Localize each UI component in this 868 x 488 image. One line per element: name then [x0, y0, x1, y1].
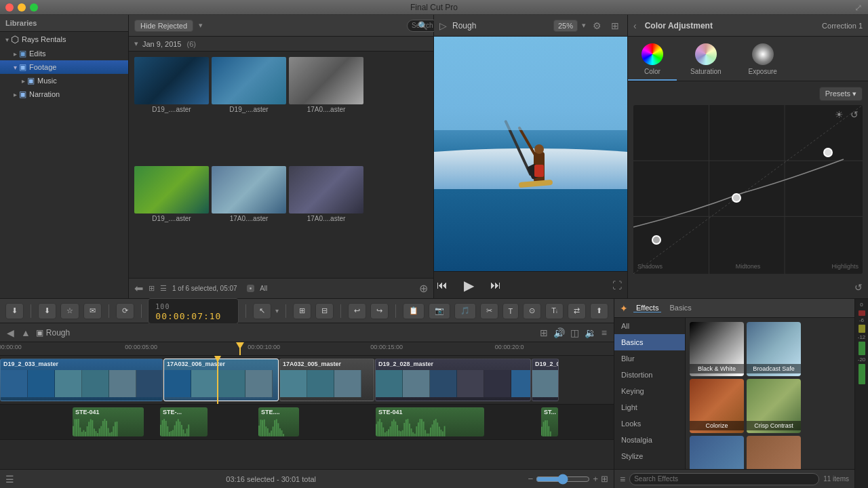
clip-appear-button[interactable]: ⊕: [419, 282, 428, 295]
timeline-expand-button[interactable]: ▲: [20, 326, 32, 340]
color-tab-exposure[interactable]: Exposure: [735, 41, 791, 81]
hide-rejected-button[interactable]: Hide Rejected: [134, 20, 193, 32]
list-view-toggle[interactable]: ☰: [5, 474, 14, 485]
reject-button[interactable]: ☆: [60, 303, 79, 319]
effects-tab-basics[interactable]: Basics: [667, 304, 694, 312]
category-looks[interactable]: Looks: [614, 415, 685, 432]
favorites-button[interactable]: ⬇: [38, 303, 56, 319]
share-button[interactable]: ✉: [83, 303, 102, 319]
skip-forward-button[interactable]: ⏭: [488, 277, 504, 294]
color-reset-button[interactable]: ↺: [850, 109, 859, 120]
clip-clip5[interactable]: D19_2_052_master: [532, 359, 559, 401]
color-tab-color[interactable]: Color: [628, 41, 677, 81]
category-stylize[interactable]: Stylize: [614, 448, 685, 464]
curve-handle-shadows[interactable]: [652, 235, 661, 245]
timeline-audio-button[interactable]: 🔊: [552, 326, 566, 340]
effect-broadcast[interactable]: Broadcast Safe: [747, 322, 801, 376]
close-button[interactable]: [5, 3, 14, 12]
list-view-button[interactable]: ☰: [160, 284, 167, 293]
thumbnail-17a0_2[interactable]: 17A0....aster: [212, 166, 286, 272]
category-light[interactable]: Light: [614, 399, 685, 415]
skip-back-button[interactable]: ⏮: [434, 277, 450, 294]
category-all[interactable]: All: [614, 318, 685, 334]
category-distortion[interactable]: Distortion: [614, 367, 685, 383]
timeline-audio2-button[interactable]: 🔉: [583, 326, 597, 340]
category-keying[interactable]: Keying: [614, 383, 685, 399]
thumbnail-d19_2[interactable]: D19_....aster: [212, 57, 286, 163]
zoom-slider[interactable]: [536, 474, 590, 485]
curve-handle-highlights[interactable]: [823, 148, 833, 157]
audio-clip-aud4[interactable]: STE-041: [376, 407, 484, 436]
viewer-settings-button[interactable]: ⚙: [590, 19, 604, 33]
category-text-effects[interactable]: Text Effects: [614, 464, 685, 469]
thumbnail-d19_3[interactable]: D19_....aster: [134, 166, 209, 272]
presets-button[interactable]: Presets ▾: [819, 87, 863, 101]
curve-handle-midtones[interactable]: [732, 193, 741, 203]
color-brightness-icon[interactable]: ☀: [835, 109, 844, 120]
scissors-button[interactable]: ✂: [480, 303, 498, 319]
text2-button[interactable]: Tᵢ: [545, 303, 564, 319]
sidebar-item-footage[interactable]: ▾ ▣ Footage: [0, 60, 128, 74]
thumbnail-17a0_1[interactable]: 17A0....aster: [289, 57, 363, 163]
swap-button[interactable]: ⇄: [568, 303, 586, 319]
color-tab-saturation[interactable]: Saturation: [677, 41, 735, 81]
audio-clip-aud1[interactable]: STE-041: [73, 407, 144, 436]
import-button[interactable]: ⬇: [5, 303, 24, 319]
generator-button[interactable]: ⊙: [523, 303, 541, 319]
zoom-out-button[interactable]: −: [528, 474, 533, 484]
audio-clip-aud2[interactable]: STE-...: [160, 407, 208, 436]
category-basics[interactable]: Basics: [614, 334, 685, 350]
clip-clip1[interactable]: D19_2_033_master: [0, 359, 163, 401]
export-button[interactable]: ⬆: [590, 303, 608, 319]
minimize-button[interactable]: [18, 3, 26, 12]
clip-clip3[interactable]: 17A032_005_master: [279, 359, 374, 401]
maximize-button[interactable]: [30, 3, 38, 12]
sidebar-item-rays-rentals[interactable]: ▾ ⬡ Rays Rentals: [0, 32, 128, 47]
timeline-settings-button[interactable]: ⊞: [538, 326, 549, 340]
sidebar-item-music[interactable]: ▸ ▣ Music: [0, 74, 128, 87]
zoom-selector[interactable]: 25%: [553, 20, 578, 32]
color-nav-back[interactable]: ‹: [633, 20, 637, 31]
sidebar-item-narration[interactable]: ▸ ▣ Narration: [0, 87, 128, 101]
effects-search-input[interactable]: [629, 473, 819, 485]
timeline-back-button[interactable]: ◀: [5, 326, 16, 340]
redo-button[interactable]: ↪: [370, 303, 389, 319]
tool-dropdown[interactable]: ▾: [275, 307, 279, 314]
audio-clip-aud3[interactable]: STE....: [258, 407, 299, 436]
color-footer-reset[interactable]: ↺: [854, 282, 863, 293]
viewer-options-button[interactable]: ⊞: [608, 19, 622, 33]
collapse-arrow[interactable]: ▾: [134, 39, 138, 48]
effect-crisp[interactable]: Crisp Contrast: [747, 379, 801, 433]
clips-view[interactable]: 📋: [403, 303, 425, 319]
audio-clip-aud5[interactable]: ST...: [541, 407, 558, 436]
category-blur[interactable]: Blur: [614, 350, 685, 367]
clip-clip4[interactable]: D19_2_028_master: [375, 359, 531, 401]
music-button[interactable]: 🎵: [454, 303, 476, 319]
fit-to-window-button[interactable]: ⊞: [601, 474, 608, 484]
transform-button[interactable]: ⟳: [116, 303, 134, 319]
effects-tab-effects[interactable]: Effects: [633, 304, 661, 312]
view-clips-button[interactable]: ⊞: [293, 303, 311, 319]
clip-clip2[interactable]: 17A032_006_master: [163, 359, 279, 401]
timeline-vol-button[interactable]: ≡: [600, 326, 608, 340]
sidebar-item-edits[interactable]: ▸ ▣ Edits: [0, 47, 128, 60]
thumbnail-d19_1[interactable]: D19_....aster: [134, 57, 209, 163]
effect-bw[interactable]: Black & White: [690, 322, 744, 376]
fullscreen-button[interactable]: ⛶: [612, 280, 622, 291]
thumbnail-17a0_3[interactable]: 17A0....aster: [289, 166, 363, 272]
filter-dot[interactable]: •: [247, 285, 255, 292]
timeline-clip-button[interactable]: ◫: [569, 326, 580, 340]
camera-button[interactable]: 📷: [429, 303, 450, 319]
view-toggle-button[interactable]: ⊞: [149, 284, 155, 293]
title-button[interactable]: T: [502, 303, 519, 319]
effect-partial2[interactable]: [747, 436, 801, 469]
select-tool-button[interactable]: ↖: [253, 303, 271, 319]
effect-partial1[interactable]: [690, 436, 744, 469]
view-audio-button[interactable]: ⊟: [315, 303, 334, 319]
prev-page-button[interactable]: ⬅: [134, 282, 143, 295]
effects-filter-button[interactable]: ≡: [620, 474, 625, 485]
effect-colorize[interactable]: Colorize: [690, 379, 744, 433]
zoom-in-button[interactable]: +: [593, 474, 598, 484]
category-nostalgia[interactable]: Nostalgia: [614, 432, 685, 448]
play-button[interactable]: ▶: [461, 274, 477, 296]
